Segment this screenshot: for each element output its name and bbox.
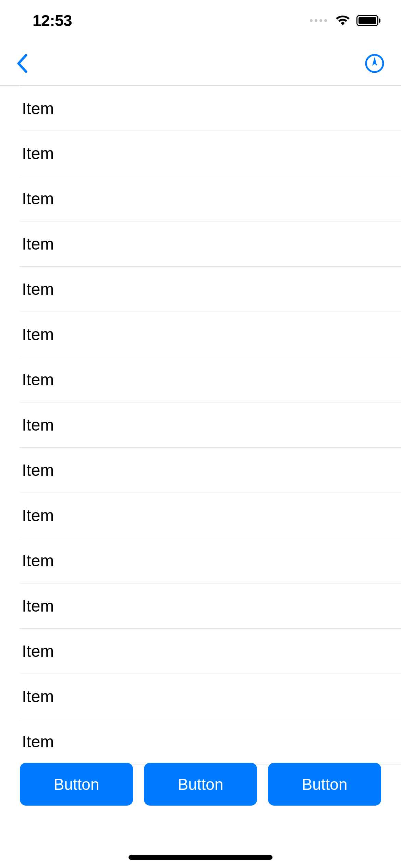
nav-bar — [0, 41, 401, 86]
list-item-label: Item — [22, 189, 54, 208]
list-item-label: Item — [22, 732, 54, 751]
wifi-icon — [335, 14, 351, 27]
list-item-label: Item — [22, 280, 54, 299]
button-label: Button — [54, 775, 99, 794]
action-button-1[interactable]: Button — [20, 763, 133, 806]
list-item-label: Item — [22, 144, 54, 163]
status-time: 12:53 — [33, 11, 72, 30]
list-item-label: Item — [22, 99, 54, 118]
list-item-label: Item — [22, 370, 54, 389]
status-indicators — [310, 14, 380, 27]
list-item-label: Item — [22, 461, 54, 480]
list-item[interactable]: Item — [20, 629, 401, 674]
navigate-circle-icon — [365, 53, 385, 73]
back-button[interactable] — [12, 50, 32, 77]
list-item[interactable]: Item — [20, 221, 401, 267]
chevron-left-icon — [16, 53, 28, 74]
list-item[interactable]: Item — [20, 86, 401, 131]
list-item-label: Item — [22, 325, 54, 344]
list-item-label: Item — [22, 687, 54, 706]
list-item-label: Item — [22, 234, 54, 253]
list-item[interactable]: Item — [20, 583, 401, 629]
list-item[interactable]: Item — [20, 267, 401, 312]
list-item[interactable]: Item — [20, 448, 401, 493]
list-item[interactable]: Item — [20, 674, 401, 719]
button-label: Button — [302, 775, 348, 794]
cellular-signal-icon — [310, 19, 327, 22]
button-label: Button — [178, 775, 223, 794]
nav-right-button[interactable] — [363, 51, 387, 75]
action-button-3[interactable]: Button — [268, 763, 381, 806]
battery-icon — [356, 15, 380, 26]
list-item[interactable]: Item — [20, 402, 401, 448]
list-item-label: Item — [22, 642, 54, 661]
button-bar: Button Button Button — [0, 763, 401, 806]
list-item[interactable]: Item — [20, 357, 401, 402]
list-item[interactable]: Item — [20, 131, 401, 176]
list-item[interactable]: Item — [20, 719, 401, 764]
list-item[interactable]: Item — [20, 312, 401, 357]
table-view: Item Item Item Item Item Item Item Item … — [20, 86, 401, 764]
list-item-label: Item — [22, 506, 54, 525]
action-button-2[interactable]: Button — [144, 763, 257, 806]
list-item-label: Item — [22, 415, 54, 434]
list-item-label: Item — [22, 551, 54, 570]
home-indicator[interactable] — [129, 855, 272, 860]
status-bar: 12:53 — [0, 0, 401, 41]
list-item[interactable]: Item — [20, 176, 401, 221]
list-item-label: Item — [22, 596, 54, 615]
list-item[interactable]: Item — [20, 538, 401, 583]
list-item[interactable]: Item — [20, 493, 401, 538]
